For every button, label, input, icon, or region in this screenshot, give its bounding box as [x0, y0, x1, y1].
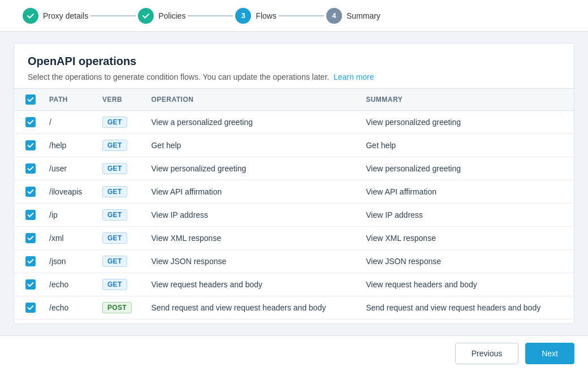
row-checkbox-cell[interactable]: [14, 204, 42, 227]
col-header-path: PATH: [42, 89, 96, 111]
row-checkbox[interactable]: [25, 279, 36, 290]
step-label-proxy-details: Proxy details: [43, 11, 88, 20]
row-checkbox[interactable]: [25, 256, 36, 266]
row-checkbox-cell[interactable]: [14, 227, 42, 250]
row-checkbox[interactable]: [25, 140, 36, 150]
operations-table-container: PATH VERB OPERATION SUMMARY / GET: [14, 88, 574, 323]
row-summary: Send request and view request headers an…: [359, 296, 574, 320]
row-verb: GET: [96, 180, 145, 204]
table-row: /help GET Get help Get help: [14, 134, 574, 157]
verb-badge: GET: [102, 140, 127, 151]
row-verb: GET: [96, 157, 145, 180]
table-header-row: PATH VERB OPERATION SUMMARY: [14, 89, 574, 111]
row-path: /user: [42, 157, 96, 180]
step-label-policies: Policies: [158, 11, 185, 20]
col-header-summary: SUMMARY: [359, 89, 574, 111]
row-summary: Get help: [359, 134, 574, 157]
row-operation: View API affirmation: [144, 180, 359, 204]
step-circle-summary: 4: [326, 8, 342, 24]
row-path: /xml: [42, 227, 96, 250]
table-row: /echo GET View request headers and body …: [14, 273, 574, 296]
row-verb: POST: [96, 296, 145, 320]
row-path: /ip: [42, 204, 96, 227]
row-verb: GET: [96, 204, 145, 227]
col-header-checkbox[interactable]: [14, 89, 42, 111]
row-operation: View personalized greeting: [144, 157, 359, 180]
row-checkbox[interactable]: [25, 163, 36, 174]
verb-badge: GET: [102, 186, 127, 197]
row-summary: View XML response: [359, 227, 574, 250]
verb-badge: GET: [102, 256, 127, 267]
row-operation: View XML response: [144, 227, 359, 250]
row-path: /iloveapis: [42, 180, 96, 204]
step-summary: 4 Summary: [326, 8, 381, 24]
step-label-flows: Flows: [256, 11, 276, 20]
row-checkbox-cell[interactable]: [14, 134, 42, 157]
col-header-verb: VERB: [96, 89, 145, 111]
table-row: /user GET View personalized greeting Vie…: [14, 157, 574, 180]
operations-card: OpenAPI operations Select the operations…: [14, 43, 574, 324]
row-verb: GET: [96, 250, 145, 273]
row-operation: View a personalized greeting: [144, 111, 359, 134]
row-checkbox-cell[interactable]: [14, 296, 42, 320]
col-header-operation: OPERATION: [144, 89, 359, 111]
row-verb: GET: [96, 227, 145, 250]
step-label-summary: Summary: [347, 11, 381, 20]
card-title: OpenAPI operations: [28, 55, 560, 68]
row-checkbox[interactable]: [25, 210, 36, 220]
operations-table: PATH VERB OPERATION SUMMARY / GET: [14, 89, 574, 320]
row-path: /help: [42, 134, 96, 157]
table-row: /ip GET View IP address View IP address: [14, 204, 574, 227]
row-checkbox-cell[interactable]: [14, 250, 42, 273]
row-path: /echo: [42, 273, 96, 296]
table-row: /json GET View JSON response View JSON r…: [14, 250, 574, 273]
row-operation: View IP address: [144, 204, 359, 227]
learn-more-link[interactable]: Learn more: [334, 72, 374, 81]
row-summary: View API affirmation: [359, 180, 574, 204]
step-connector-2: [188, 15, 233, 16]
table-row: /echo POST Send request and view request…: [14, 296, 574, 320]
row-path: /echo: [42, 296, 96, 320]
row-checkbox[interactable]: [25, 187, 36, 197]
row-checkbox-cell[interactable]: [14, 111, 42, 134]
row-path: /json: [42, 250, 96, 273]
verb-badge: GET: [102, 279, 127, 290]
row-checkbox-cell[interactable]: [14, 180, 42, 204]
row-checkbox[interactable]: [25, 303, 36, 313]
row-summary: View personalized greeting: [359, 111, 574, 134]
verb-badge: GET: [102, 209, 127, 221]
step-connector-1: [90, 15, 136, 16]
table-row: / GET View a personalized greeting View …: [14, 111, 574, 134]
step-connector-3: [279, 15, 324, 16]
row-summary: View request headers and body: [359, 273, 574, 296]
row-operation: Get help: [144, 134, 359, 157]
row-summary: View JSON response: [359, 250, 574, 273]
row-summary: View IP address: [359, 204, 574, 227]
row-checkbox[interactable]: [25, 233, 36, 243]
step-policies: Policies: [138, 8, 185, 24]
previous-button[interactable]: Previous: [455, 343, 518, 364]
step-circle-policies: [138, 8, 154, 24]
step-circle-flows: 3: [235, 8, 251, 24]
step-flows: 3 Flows: [235, 8, 276, 24]
next-button[interactable]: Next: [525, 343, 574, 364]
row-summary: View personalized greeting: [359, 157, 574, 180]
row-operation: View request headers and body: [144, 273, 359, 296]
verb-badge: GET: [102, 117, 127, 128]
row-checkbox[interactable]: [25, 117, 36, 127]
main-content: OpenAPI operations Select the operations…: [0, 32, 588, 335]
step-proxy-details: Proxy details: [23, 8, 88, 24]
table-row: /xml GET View XML response View XML resp…: [14, 227, 574, 250]
row-operation: View JSON response: [144, 250, 359, 273]
row-path: /: [42, 111, 96, 134]
card-header: OpenAPI operations Select the operations…: [14, 44, 574, 88]
step-circle-proxy-details: [23, 8, 38, 24]
footer: Previous Next: [0, 335, 588, 371]
stepper: Proxy details Policies 3 Flows 4 Summary: [0, 0, 588, 32]
select-all-checkbox[interactable]: [25, 94, 36, 105]
row-checkbox-cell[interactable]: [14, 273, 42, 296]
row-verb: GET: [96, 273, 145, 296]
row-operation: Send request and view request headers an…: [144, 296, 359, 320]
row-verb: GET: [96, 134, 145, 157]
row-checkbox-cell[interactable]: [14, 157, 42, 180]
